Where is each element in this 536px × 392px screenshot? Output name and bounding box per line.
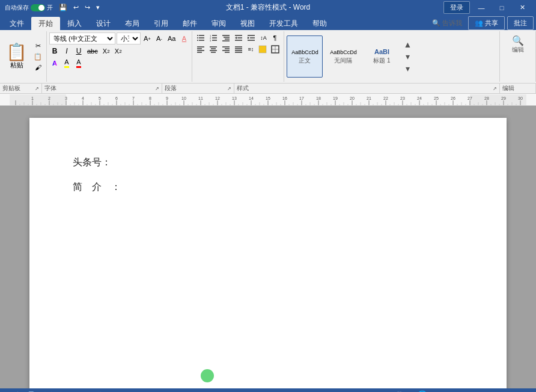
sort-button[interactable]: ↕A — [258, 32, 269, 43]
style-heading1-preview: AaBl — [374, 48, 389, 55]
search-button[interactable]: 🔍 — [510, 35, 526, 46]
bold-button[interactable]: B — [49, 46, 60, 57]
edit-label: 编辑 — [512, 46, 524, 54]
review-button[interactable]: 批注 — [507, 16, 534, 30]
align-center-button[interactable] — [207, 44, 219, 55]
styles-expand[interactable]: ↗ — [493, 86, 497, 91]
svg-text:11: 11 — [198, 96, 203, 100]
styles-more[interactable]: ▾ — [402, 63, 413, 75]
svg-point-4 — [197, 37, 198, 38]
decrease-indent-button[interactable] — [233, 32, 245, 43]
font-grow-button[interactable]: A+ — [142, 33, 153, 44]
svg-text:26: 26 — [451, 96, 455, 100]
tab-design[interactable]: 设计 — [89, 17, 118, 30]
doc-line1: 头条号： — [73, 154, 463, 171]
multilevel-button[interactable] — [220, 32, 232, 43]
paste-button[interactable]: 📋 粘贴 — [2, 43, 31, 71]
restore-button[interactable]: □ — [493, 0, 511, 15]
autosave-toggle[interactable]: 自动保存 开 — [5, 4, 53, 12]
style-no-spacing-label: 无间隔 — [334, 57, 352, 65]
svg-text:23: 23 — [400, 96, 405, 100]
doc-page[interactable]: 头条号： 简 介 ： — [29, 118, 507, 388]
strikethrough-button[interactable]: abc — [85, 46, 100, 57]
font-size-select[interactable]: 小五 — [117, 32, 141, 44]
login-button[interactable]: 登录 — [443, 1, 470, 14]
italic-button[interactable]: I — [61, 46, 72, 57]
show-marks-button[interactable]: ¶ — [269, 32, 280, 43]
autosave-pill[interactable] — [31, 4, 45, 11]
svg-text:5: 5 — [99, 96, 101, 100]
style-heading1[interactable]: AaBl 标题 1 — [364, 35, 400, 78]
tab-layout[interactable]: 布局 — [118, 17, 147, 30]
align-right-button[interactable] — [220, 44, 232, 55]
svg-text:20: 20 — [350, 96, 355, 100]
font-row3: A A A — [49, 58, 189, 69]
styles-scroll-container: ▲ ▾ ▾ — [402, 38, 413, 75]
justify-button[interactable] — [233, 44, 245, 55]
tell-me-button[interactable]: 🔍 告诉我 — [428, 17, 466, 29]
bullets-button[interactable] — [195, 32, 207, 43]
underline-button[interactable]: U — [73, 46, 84, 57]
styles-scroll-down[interactable]: ▾ — [402, 51, 413, 63]
styles-scroll-up[interactable]: ▲ — [402, 38, 413, 51]
svg-text:12: 12 — [215, 96, 220, 100]
para-expand[interactable]: ↗ — [227, 86, 231, 91]
tab-help[interactable]: 帮助 — [305, 17, 334, 30]
font-name-select[interactable]: 等线 (中文正文 — [49, 32, 115, 44]
svg-point-3 — [197, 35, 198, 36]
ruler-svg: 1234567891011121314151617181920212223242… — [10, 94, 526, 105]
text-effect-button[interactable]: A — [49, 58, 60, 69]
font-expand[interactable]: ↗ — [155, 86, 159, 91]
tab-home[interactable]: 开始 — [31, 17, 60, 30]
save-button[interactable]: 💾 — [56, 2, 70, 13]
close-button[interactable]: ✕ — [513, 0, 531, 15]
quick-toolbar-dropdown[interactable]: ▾ — [94, 2, 102, 13]
increase-indent-button[interactable] — [245, 32, 257, 43]
share-button[interactable]: 👥 共享 — [468, 16, 505, 30]
styles-group-label: 样式 — [237, 84, 249, 93]
format-painter-button[interactable]: 🖌 — [32, 63, 44, 72]
font-shrink-button[interactable]: A- — [154, 33, 165, 44]
font-group-label: 字体 — [44, 84, 56, 93]
cut-button[interactable]: ✂ — [32, 41, 44, 51]
subscript-button[interactable]: X2 — [101, 46, 112, 57]
tab-view[interactable]: 视图 — [233, 17, 262, 30]
change-case-button[interactable]: Aa — [166, 33, 177, 44]
svg-text:22: 22 — [383, 96, 388, 100]
clipboard-expand[interactable]: ↗ — [35, 86, 39, 91]
style-normal-label: 正文 — [299, 57, 311, 65]
tab-references[interactable]: 引用 — [147, 17, 175, 30]
ribbon-right-actions: 🔍 告诉我 👥 共享 批注 — [428, 16, 536, 30]
highlight-button[interactable]: A — [61, 58, 72, 69]
svg-rect-40 — [259, 46, 266, 53]
ruler: 1234567891011121314151617181920212223242… — [0, 94, 536, 106]
shading-button[interactable] — [257, 44, 269, 55]
tab-developer[interactable]: 开发工具 — [262, 17, 305, 30]
tab-mailings[interactable]: 邮件 — [175, 17, 204, 30]
doc-container[interactable]: 头条号： 简 介 ： — [0, 106, 536, 388]
tell-me-icon: 🔍 — [432, 19, 440, 27]
numbering-button[interactable]: 123 — [207, 32, 219, 43]
quick-toolbar: 💾 ↩ ↪ ▾ — [56, 2, 102, 13]
svg-text:1: 1 — [31, 96, 34, 100]
copy-button[interactable]: 📋 — [32, 52, 44, 62]
font-color-button[interactable]: A — [73, 58, 84, 69]
style-no-spacing[interactable]: AaBbCcDd 无间隔 — [325, 35, 361, 78]
style-normal[interactable]: AaBbCcDd 正文 — [287, 35, 323, 78]
minimize-button[interactable]: — — [472, 0, 490, 15]
tab-file[interactable]: 文件 — [2, 17, 31, 30]
cursor-indicator — [201, 369, 214, 382]
redo-button[interactable]: ↪ — [82, 2, 93, 13]
align-left-button[interactable] — [195, 44, 207, 55]
autosave-state: 开 — [47, 4, 53, 12]
tab-insert[interactable]: 插入 — [60, 17, 89, 30]
share-label: 共享 — [485, 19, 498, 28]
superscript-button[interactable]: X2 — [113, 46, 124, 57]
svg-point-5 — [197, 40, 198, 41]
undo-button[interactable]: ↩ — [71, 2, 81, 13]
tab-review[interactable]: 审阅 — [204, 17, 233, 30]
clipboard-actions: ✂ 📋 🖌 — [32, 41, 44, 72]
borders-button[interactable] — [269, 44, 281, 55]
clear-format-button[interactable]: A — [178, 33, 189, 44]
line-spacing-button[interactable]: ≡↕ — [245, 44, 256, 55]
